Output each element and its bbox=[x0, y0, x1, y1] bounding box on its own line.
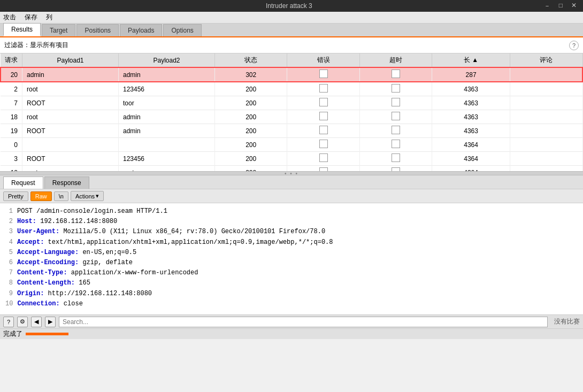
table-row[interactable]: 3ROOT1234562004364 bbox=[1, 152, 582, 166]
cell-3: 302 bbox=[215, 67, 287, 82]
line-number: 10 bbox=[5, 299, 13, 309]
col-header-3[interactable]: 状态 bbox=[215, 53, 287, 67]
tab-results[interactable]: Results bbox=[3, 23, 41, 36]
cell-4 bbox=[287, 67, 359, 82]
col-header-2[interactable]: Payload2 bbox=[119, 53, 215, 67]
checkbox[interactable] bbox=[392, 84, 400, 93]
col-header-4[interactable]: 错误 bbox=[287, 53, 359, 67]
menu-item-保存[interactable]: 保存 bbox=[25, 13, 37, 22]
cell-3: 200 bbox=[215, 124, 287, 138]
tab-target[interactable]: Target bbox=[42, 24, 75, 36]
tab-options[interactable]: Options bbox=[163, 24, 201, 36]
cell-0: 19 bbox=[1, 124, 22, 138]
col-header-6[interactable]: 长 ▲ bbox=[432, 53, 510, 67]
pretty-button[interactable]: Pretty bbox=[3, 191, 28, 201]
back-button[interactable]: ◀ bbox=[31, 317, 42, 327]
checkbox[interactable] bbox=[319, 84, 328, 93]
table-row[interactable]: 2root1234562004363 bbox=[1, 82, 582, 96]
checkbox[interactable] bbox=[392, 112, 400, 120]
filter-label: 过滤器：显示所有项目 bbox=[4, 41, 68, 50]
line-content: Host: 192.168.112.148:8080 bbox=[17, 217, 117, 227]
menu-item-列[interactable]: 列 bbox=[46, 13, 52, 22]
editor-toolbar: Pretty Raw \n Actions ▾ bbox=[0, 189, 583, 203]
checkbox[interactable] bbox=[319, 112, 328, 120]
actions-button[interactable]: Actions ▾ bbox=[71, 191, 104, 201]
cell-2: admin bbox=[119, 67, 215, 82]
checkbox[interactable] bbox=[392, 70, 400, 78]
checkbox[interactable] bbox=[392, 140, 400, 148]
cell-3: 200 bbox=[215, 166, 287, 172]
req-res-tab-request[interactable]: Request bbox=[3, 176, 43, 189]
line-content: Accept-Encoding: gzip, deflate bbox=[17, 258, 133, 268]
cell-2: admin bbox=[119, 124, 215, 138]
cell-5 bbox=[359, 124, 432, 138]
cell-0: 0 bbox=[1, 138, 22, 152]
col-header-1[interactable]: Payload1 bbox=[22, 53, 119, 67]
cell-4 bbox=[287, 96, 359, 110]
cell-7 bbox=[510, 96, 582, 110]
checkbox[interactable] bbox=[392, 126, 400, 134]
cell-6: 4363 bbox=[432, 124, 510, 138]
help-status-button[interactable]: ? bbox=[3, 317, 14, 327]
line-number: 1 bbox=[5, 206, 13, 217]
code-editor: 1POST /admin-console/login.seam HTTP/1.1… bbox=[0, 203, 583, 314]
cell-5 bbox=[359, 96, 432, 110]
cell-7 bbox=[510, 138, 582, 152]
table-row[interactable]: 19ROOTadmin2004363 bbox=[1, 124, 582, 138]
tab-payloads[interactable]: Payloads bbox=[120, 24, 162, 36]
col-header-0[interactable]: 请求 bbox=[1, 53, 22, 67]
results-table-area: 请求Payload1Payload2状态错误超时长 ▲评论 20adminadm… bbox=[0, 53, 583, 171]
cell-6: 4363 bbox=[432, 110, 510, 124]
table-row[interactable]: 02004364 bbox=[1, 138, 582, 152]
forward-button[interactable]: ▶ bbox=[45, 317, 56, 327]
checkbox[interactable] bbox=[392, 98, 400, 106]
checkbox[interactable] bbox=[319, 98, 328, 106]
table-row[interactable]: 7ROOTtoor2004363 bbox=[1, 96, 582, 110]
checkbox[interactable] bbox=[319, 70, 328, 78]
cell-7 bbox=[510, 124, 582, 138]
req-res-tab-response[interactable]: Response bbox=[44, 176, 89, 189]
col-header-7[interactable]: 评论 bbox=[510, 53, 582, 67]
ln-button[interactable]: \n bbox=[54, 191, 68, 201]
line-number: 9 bbox=[5, 289, 13, 299]
checkbox[interactable] bbox=[319, 153, 328, 162]
cell-4 bbox=[287, 82, 359, 96]
cell-4 bbox=[287, 110, 359, 124]
cell-7 bbox=[510, 152, 582, 166]
table-row[interactable]: 20adminadmin302287 bbox=[1, 67, 582, 82]
line-content: Content-Type: application/x-www-form-url… bbox=[17, 268, 198, 278]
raw-button[interactable]: Raw bbox=[30, 191, 52, 201]
checkbox[interactable] bbox=[392, 153, 400, 162]
cell-2: 123456 bbox=[119, 82, 215, 96]
cell-3: 200 bbox=[215, 82, 287, 96]
panel-divider[interactable]: • • • bbox=[0, 171, 583, 175]
bottom-panel: RequestResponse Pretty Raw \n Actions ▾ … bbox=[0, 175, 583, 314]
table-row[interactable]: 18rootadmin2004363 bbox=[1, 110, 582, 124]
menubar: 攻击保存列 bbox=[0, 12, 583, 24]
cell-3: 200 bbox=[215, 152, 287, 166]
code-line: 3User-Agent: Mozilla/5.0 (X11; Linux x86… bbox=[5, 227, 578, 237]
menu-item-攻击[interactable]: 攻击 bbox=[3, 13, 16, 22]
col-header-5[interactable]: 超时 bbox=[359, 53, 432, 67]
search-input[interactable] bbox=[59, 317, 548, 327]
cell-2: root bbox=[119, 166, 215, 172]
checkbox[interactable] bbox=[319, 140, 328, 148]
line-number: 5 bbox=[5, 248, 13, 258]
cell-0: 20 bbox=[1, 67, 22, 82]
checkbox[interactable] bbox=[392, 167, 400, 171]
cell-6: 4363 bbox=[432, 82, 510, 96]
minimize-button[interactable]: － bbox=[542, 2, 553, 11]
cell-2: toor bbox=[119, 96, 215, 110]
line-content: POST /admin-console/login.seam HTTP/1.1 bbox=[17, 206, 167, 217]
help-button[interactable]: ? bbox=[569, 41, 579, 50]
done-label: 完成了 bbox=[3, 329, 22, 339]
maximize-button[interactable]: □ bbox=[557, 2, 565, 11]
settings-status-button[interactable]: ⚙ bbox=[17, 317, 28, 327]
close-button[interactable]: ✕ bbox=[569, 2, 579, 11]
tab-positions[interactable]: Positions bbox=[76, 24, 119, 36]
checkbox[interactable] bbox=[319, 126, 328, 134]
checkbox[interactable] bbox=[319, 167, 328, 171]
cell-0: 2 bbox=[1, 82, 22, 96]
cell-5 bbox=[359, 82, 432, 96]
cell-0: 3 bbox=[1, 152, 22, 166]
